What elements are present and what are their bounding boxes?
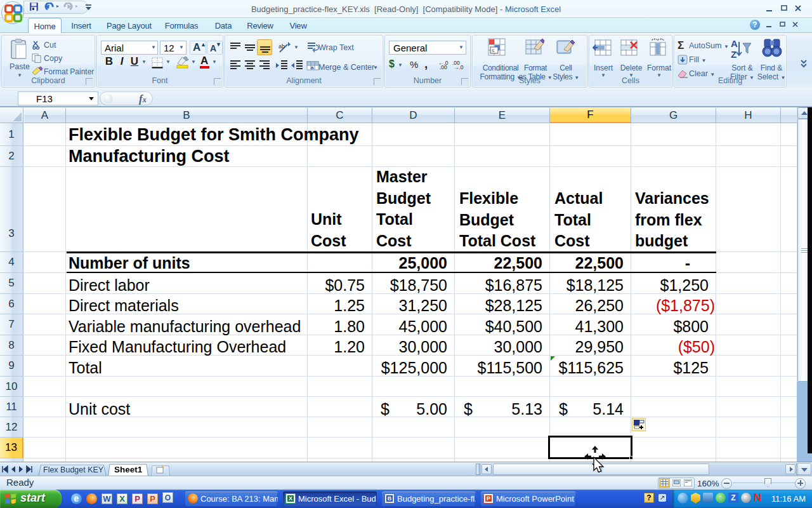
svg-text:Z: Z — [731, 49, 737, 60]
svg-text:ab: ab — [278, 43, 285, 50]
svg-text:→.0: →.0 — [454, 64, 464, 70]
svg-text:≤: ≤ — [492, 48, 495, 53]
svg-text:.00: .00 — [440, 64, 447, 70]
svg-text:A: A — [731, 38, 738, 49]
svg-text:a: a — [311, 65, 314, 70]
